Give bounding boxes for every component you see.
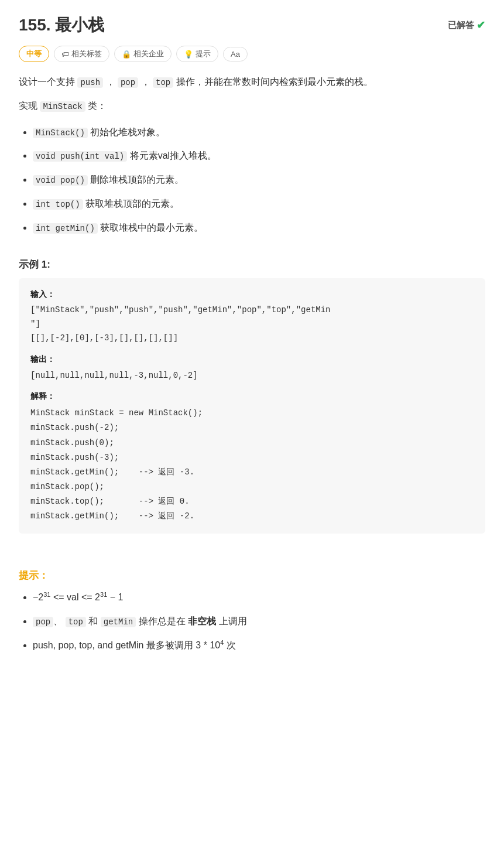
input-value: ["MinStack","push","push","push","getMin… [30,303,474,345]
text-constructor: 初始化堆栈对象。 [90,127,165,137]
code-pop-hint: pop [33,617,53,627]
output-label: 输出： [30,353,474,367]
hint-1-text: −231 <= val <= 231 − 1 [33,592,123,602]
explain-line-3: minStack.push(0); [30,436,474,450]
solved-label: 已解答 [448,20,474,31]
font-icon: Aa [231,50,240,59]
lock-icon: 🔒 [122,50,131,59]
method-list: MinStack() 初始化堆栈对象。 void push(int val) 将… [19,124,485,237]
problem-number: 155. [19,16,51,34]
code-top-hint: top [66,617,86,627]
explain-line-1: MinStack minStack = new MinStack(); [30,406,474,421]
list-item-getmin: int getMin() 获取堆栈中的最小元素。 [33,220,485,237]
hint-item-3: push, pop, top, and getMin 最多被调用 3 * 104… [33,637,485,654]
explain-label: 解释： [30,389,474,404]
hints-section: 提示： −231 <= val <= 231 − 1 pop、 top 和 ge… [19,569,485,654]
example-box: 输入： ["MinStack","push","push","push","ge… [19,278,485,534]
description-line2: 实现 MinStack 类： [19,98,485,115]
problem-description: 设计一个支持 push ， pop ， top 操作，并能在常数时间内检索到最小… [19,74,485,115]
example-section: 示例 1: 输入： ["MinStack","push","push","pus… [19,258,485,534]
related-companies-label: 相关企业 [133,49,164,59]
inline-code-push: push [77,77,103,88]
hints-button[interactable]: 💡 提示 [176,46,218,62]
input-line1: ["MinStack","push","push","push","getMin… [30,305,330,315]
hints-list: −231 <= val <= 231 − 1 pop、 top 和 getMin… [19,589,485,654]
hints-label: 提示 [196,49,211,59]
example-title: 示例 1: [19,258,485,271]
hint-3-text: push, pop, top, and getMin 最多被调用 3 * 104… [33,640,236,650]
code-getmin-hint: getMin [101,617,136,627]
output-value: [null,null,null,null,-3,null,0,-2] [30,369,474,383]
solved-check-icon: ✔ [476,19,485,32]
spacer1 [19,246,485,258]
inline-code-minstack: MinStack [40,101,85,112]
code-push: void push(int val) [33,151,127,162]
code-constructor: MinStack() [33,128,88,138]
explain-line-6: minStack.pop(); [30,480,474,494]
bulb-icon: 💡 [184,50,193,59]
spacer2 [19,545,485,557]
code-top: int top() [33,199,83,210]
hint-item-1: −231 <= val <= 231 − 1 [33,589,485,606]
list-item-pop: void pop() 删除堆栈顶部的元素。 [33,172,485,189]
difficulty-badge[interactable]: 中等 [19,46,49,62]
explain-line-2: minStack.push(-2); [30,421,474,435]
code-getmin: int getMin() [33,223,98,234]
hint-item-2: pop、 top 和 getMin 操作总是在 非空栈 上调用 [33,613,485,630]
text-push: 将元素val推入堆栈。 [130,151,217,160]
text-top: 获取堆栈顶部的元素。 [85,199,179,209]
non-empty-stack-text: 非空栈 [188,616,216,626]
hints-title: 提示： [19,569,485,582]
problem-title: 最小栈 [55,16,104,34]
inline-code-top: top [153,77,173,88]
related-tags-label: 相关标签 [71,49,102,59]
related-companies-button[interactable]: 🔒 相关企业 [114,46,172,62]
page-header: 155. 最小栈 已解答 ✔ [19,14,485,36]
tag-icon: 🏷 [61,50,69,59]
solved-badge: 已解答 ✔ [448,19,485,32]
explain-text: MinStack minStack = new MinStack(); minS… [30,406,474,524]
input-line3: [[],[-2],[0],[-3],[],[],[],[]] [30,333,178,343]
related-tags-button[interactable]: 🏷 相关标签 [54,46,109,62]
difficulty-label: 中等 [26,49,42,59]
list-item-push: void push(int val) 将元素val推入堆栈。 [33,148,485,165]
inline-code-pop: pop [118,77,138,88]
code-pop: void pop() [33,175,88,186]
explain-line-8: minStack.getMin(); --> 返回 -2. [30,509,474,524]
list-item-top: int top() 获取堆栈顶部的元素。 [33,196,485,213]
text-getmin: 获取堆栈中的最小元素。 [100,223,203,233]
explain-line-5: minStack.getMin(); --> 返回 -3. [30,465,474,480]
input-line2: "] [30,319,40,329]
font-button[interactable]: Aa [223,47,248,61]
description-line1: 设计一个支持 push ， pop ， top 操作，并能在常数时间内检索到最小… [19,74,485,91]
explain-line-7: minStack.top(); --> 返回 0. [30,494,474,509]
text-pop: 删除堆栈顶部的元素。 [90,175,184,184]
input-label: 输入： [30,288,474,302]
tags-row: 中等 🏷 相关标签 🔒 相关企业 💡 提示 Aa [19,46,485,62]
list-item-constructor: MinStack() 初始化堆栈对象。 [33,124,485,141]
explain-line-4: minStack.push(-3); [30,450,474,465]
page-title: 155. 最小栈 [19,14,104,36]
